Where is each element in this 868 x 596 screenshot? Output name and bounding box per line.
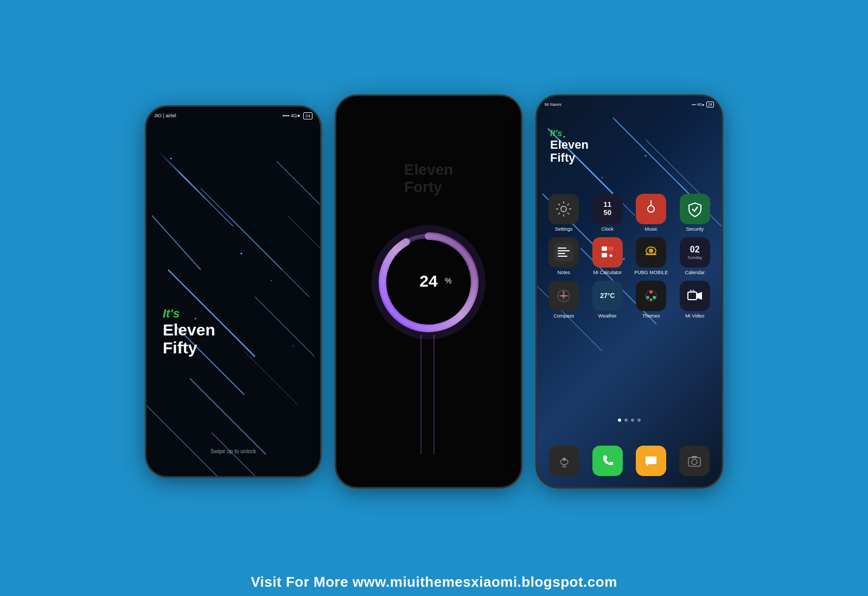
music-icon	[636, 194, 666, 224]
svg-point-16	[241, 252, 242, 254]
svg-line-33	[613, 118, 689, 194]
dock-camera[interactable]	[675, 446, 714, 476]
calculator-icon	[592, 237, 623, 268]
charging-bg: ElevenForty	[336, 96, 521, 487]
svg-point-43	[561, 206, 566, 212]
status-bar-right: Mi Xiaomi ▪▪▪ 4G● 24	[545, 102, 714, 107]
assistant-dock-icon	[549, 446, 579, 476]
charging-cable-svg	[407, 335, 450, 487]
svg-text:24: 24	[419, 272, 438, 290]
weather-label: Weather	[598, 313, 617, 319]
app-clock[interactable]: 11 50 Clock	[589, 194, 627, 232]
clock-time-line2: Fifty	[163, 339, 215, 357]
home-its-label: It's	[550, 129, 589, 138]
music-label: Music	[644, 226, 658, 232]
homescreen-screen: Mi Xiaomi ▪▪▪ 4G● 24 It's Eleven Fifty	[537, 96, 722, 487]
themes-icon	[636, 281, 666, 311]
signal-left: ▪▪▪▪ 4G●	[282, 113, 300, 118]
app-weather[interactable]: 27°C Weather	[589, 281, 627, 319]
notes-label: Notes	[557, 270, 570, 275]
settings-icon	[548, 194, 579, 224]
app-grid: Settings 11 50 Clock Music	[545, 194, 714, 319]
svg-rect-48	[554, 243, 573, 262]
home-clock: It's Eleven Fifty	[550, 129, 589, 164]
charging-screen: ElevenForty	[336, 96, 521, 487]
svg-rect-49	[558, 248, 566, 249]
svg-line-10	[244, 351, 298, 405]
phone-right: Mi Xiaomi ▪▪▪ 4G● 24 It's Eleven Fifty	[537, 96, 722, 487]
lockscreen-stars-bg	[146, 107, 320, 476]
svg-point-17	[271, 280, 272, 281]
dot-3	[631, 419, 634, 422]
homescreen-bg: Mi Xiaomi ▪▪▪ 4G● 24 It's Eleven Fifty	[537, 96, 722, 487]
lockscreen-bg: JIO | airtel ▪▪▪▪ 4G● 24 It's Eleven Fif…	[146, 107, 320, 476]
svg-point-71	[653, 296, 656, 299]
phone-dock-icon	[592, 446, 623, 476]
svg-point-14	[170, 157, 172, 159]
phone-center: ElevenForty	[336, 96, 521, 487]
battery-right: 24	[706, 102, 714, 107]
svg-rect-51	[558, 253, 565, 254]
home-time-line1: Eleven	[550, 138, 589, 151]
app-settings[interactable]: Settings	[545, 194, 583, 232]
svg-point-19	[292, 345, 293, 346]
calendar-icon: 02 Sunday	[680, 237, 710, 268]
app-security[interactable]: Security	[676, 194, 714, 232]
security-icon	[680, 194, 710, 224]
svg-rect-55	[608, 246, 614, 251]
themes-label: Themes	[642, 313, 660, 319]
svg-point-62	[649, 249, 653, 253]
svg-line-2	[152, 215, 201, 270]
app-notes[interactable]: Notes	[545, 237, 583, 275]
clock-time-line1: Eleven	[163, 321, 215, 339]
app-calculator[interactable]: Mi Calculator	[589, 237, 627, 275]
svg-point-15	[203, 196, 204, 197]
notes-icon	[548, 237, 579, 268]
svg-line-1	[179, 172, 233, 226]
mivideo-label: Mi Video	[685, 313, 704, 319]
app-themes[interactable]: Themes	[632, 281, 671, 319]
settings-label: Settings	[555, 226, 573, 232]
svg-rect-68	[642, 287, 660, 305]
svg-rect-83	[599, 452, 616, 470]
svg-line-5	[228, 215, 309, 297]
lockscreen-clock: It's Eleven Fifty	[163, 307, 215, 357]
svg-line-9	[146, 405, 228, 476]
svg-line-11	[212, 433, 282, 476]
security-label: Security	[686, 226, 704, 232]
clock-label: Clock	[601, 226, 614, 232]
app-mivideo[interactable]: Mi Video	[676, 281, 714, 319]
svg-text:%: %	[445, 276, 451, 285]
charging-ring-svg: 24 %	[369, 223, 488, 342]
lockscreen-screen: JIO | airtel ▪▪▪▪ 4G● 24 It's Eleven Fif…	[146, 107, 320, 476]
weather-icon: 27°C	[592, 281, 623, 311]
app-calendar[interactable]: 02 Sunday Calendar	[676, 237, 714, 275]
carrier-right: Mi Xiaomi	[545, 103, 561, 106]
clock-its-label: It's	[163, 307, 215, 321]
dock-phone[interactable]	[588, 446, 627, 476]
charging-text-bg: ElevenForty	[404, 161, 453, 196]
app-music[interactable]: Music	[632, 194, 671, 232]
camera-dock-icon	[679, 446, 710, 476]
svg-rect-88	[692, 456, 697, 458]
compass-icon	[548, 281, 579, 311]
dock-assistant[interactable]	[545, 446, 584, 476]
footer: Visit For More www.miuithemesxiaomi.blog…	[0, 566, 868, 596]
pubg-label: PUBG MOBILE	[634, 270, 668, 275]
dock-bar	[545, 446, 714, 476]
battery-left: 24	[303, 112, 312, 119]
svg-rect-50	[558, 250, 570, 251]
pubg-icon	[636, 237, 666, 268]
app-compass[interactable]: Compass	[545, 281, 583, 319]
svg-rect-54	[602, 246, 607, 251]
clock-icon: 11 50	[592, 194, 623, 224]
swipe-hint: Swipe up to unlock	[210, 448, 256, 454]
app-pubg[interactable]: PUBG MOBILE	[632, 237, 671, 275]
messages-dock-icon	[636, 446, 666, 476]
svg-line-13	[288, 215, 320, 248]
calculator-label: Mi Calculator	[593, 270, 622, 275]
svg-line-12	[277, 161, 320, 205]
calendar-label: Calendar	[685, 270, 705, 275]
dock-messages[interactable]	[631, 446, 671, 476]
svg-point-73	[650, 299, 652, 301]
